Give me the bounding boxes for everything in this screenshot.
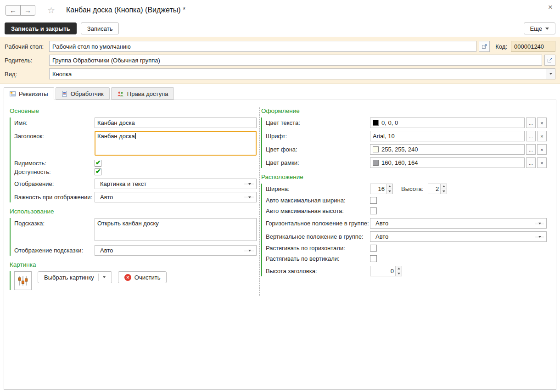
visibility-checkbox[interactable]	[95, 160, 101, 167]
color-swatch	[373, 160, 379, 166]
height-stepper[interactable]: 2	[428, 184, 447, 194]
availability-checkbox[interactable]	[95, 168, 101, 175]
display-select[interactable]: Картинка и текст	[95, 179, 257, 189]
width-stepper[interactable]: 16	[370, 184, 393, 194]
width-label: Ширина:	[266, 185, 370, 192]
font-row: Шрифт: Arial, 10 ... ×	[266, 131, 549, 141]
spin-up-icon	[442, 185, 445, 187]
border-color-clear-button[interactable]: ×	[537, 157, 547, 168]
forward-button[interactable]: →	[20, 5, 35, 16]
v-position-dropdown-button[interactable]	[535, 236, 544, 238]
font-label: Шрифт:	[266, 133, 370, 140]
picture-row: Выбрать картинку × Очистить	[14, 271, 261, 290]
display-dropdown-button[interactable]	[245, 183, 254, 185]
save-label: Записать	[87, 25, 113, 32]
chevron-down-icon	[538, 223, 541, 224]
kind-dropdown-button[interactable]	[546, 69, 555, 79]
section-title-layout: Расположение	[261, 174, 549, 180]
border-color-picker-button[interactable]: ...	[526, 157, 536, 168]
back-color-field[interactable]: 255, 255, 240	[370, 144, 525, 155]
tab-access-rights-label: Права доступа	[127, 90, 168, 97]
group-picture: Выбрать картинку × Очистить	[10, 271, 261, 290]
height-label: Высота:	[401, 185, 423, 192]
caption-height-value: 0	[370, 266, 395, 276]
name-row: Имя: Канбан доска	[14, 118, 261, 128]
h-position-dropdown-button[interactable]	[535, 223, 544, 224]
forward-icon: →	[24, 6, 31, 14]
tooltip-display-select[interactable]: Авто	[95, 245, 257, 256]
kind-value: Кнопка	[50, 69, 546, 79]
tooltip-textarea[interactable]: Открыть канбан доску	[95, 218, 257, 241]
width-spin-down[interactable]	[386, 189, 392, 194]
more-button[interactable]: Еще	[524, 22, 555, 34]
close-icon[interactable]: ×	[546, 3, 554, 12]
parent-field[interactable]: Группа Обработчики (Обычная группа)	[49, 55, 542, 66]
text-color-field[interactable]: 0, 0, 0	[370, 118, 525, 128]
spin-up-icon	[388, 185, 391, 187]
text-color-picker-button[interactable]: ...	[526, 118, 536, 128]
border-color-field[interactable]: 160, 160, 164	[370, 157, 525, 168]
favorite-star-icon[interactable]: ☆	[47, 5, 55, 16]
save-button[interactable]: Записать	[81, 22, 119, 34]
name-label: Имя:	[14, 119, 95, 126]
spin-up-icon	[398, 268, 400, 269]
importance-select[interactable]: Авто	[95, 192, 257, 202]
caption-height-stepper[interactable]: 0	[370, 266, 402, 276]
auto-max-height-checkbox[interactable]	[370, 207, 377, 214]
text-color-clear-button[interactable]: ×	[537, 118, 547, 128]
group-layout: Ширина: 16 Высота: 2	[261, 184, 549, 276]
tab-handler[interactable]: Обработчик	[56, 87, 110, 100]
back-color-clear-button[interactable]: ×	[537, 144, 547, 155]
auto-max-width-checkbox[interactable]	[370, 197, 377, 204]
kind-select[interactable]: Кнопка	[49, 68, 555, 79]
spin-down-icon	[398, 273, 400, 274]
caption-textarea[interactable]: Канбан доска	[95, 131, 257, 156]
caption-height-spin-up[interactable]	[396, 266, 402, 271]
tab-access-rights[interactable]: Права доступа	[111, 87, 174, 100]
section-title-basic: Основные	[10, 107, 261, 114]
sliders-icon	[17, 275, 28, 287]
desktop-open-button[interactable]	[479, 41, 490, 52]
font-picker-button[interactable]: ...	[526, 131, 536, 141]
h-position-value: Авто	[373, 220, 535, 227]
font-field[interactable]: Arial, 10	[370, 131, 525, 141]
tab-attributes[interactable]: Реквизиты	[4, 87, 54, 100]
form-window: ← → ☆ Канбан доска (Кнопка) (Виджеты) * …	[0, 0, 560, 392]
v-position-select[interactable]: Авто	[370, 231, 547, 242]
name-input[interactable]: Канбан доска	[95, 118, 257, 128]
tooltip-label: Подсказка:	[14, 218, 95, 227]
importance-value: Авто	[97, 194, 245, 201]
caption-height-row: Высота заголовка: 0	[266, 266, 549, 276]
desktop-field[interactable]: Рабочий стол по умолчанию	[49, 41, 476, 52]
chevron-down-icon	[549, 73, 552, 75]
select-picture-button[interactable]: Выбрать картинку	[38, 271, 112, 283]
tooltip-display-dropdown-button[interactable]	[245, 250, 254, 252]
back-color-picker-button[interactable]: ...	[526, 144, 536, 155]
stretch-v-checkbox[interactable]	[370, 255, 377, 262]
save-and-close-label: Записать и закрыть	[11, 25, 70, 32]
clear-icon: ×	[124, 274, 131, 281]
width-spin-up[interactable]	[386, 184, 392, 189]
parent-open-button[interactable]	[544, 55, 555, 66]
group-appearance: Цвет текста: 0, 0, 0 ... × Шрифт:	[261, 118, 549, 168]
section-title-picture: Картинка	[10, 261, 261, 268]
height-spin-up[interactable]	[441, 184, 447, 189]
height-spin-down[interactable]	[441, 189, 447, 194]
section-title-usage: Использование	[10, 208, 261, 215]
font-clear-button[interactable]: ×	[537, 131, 547, 141]
tooltip-display-label: Отображение подсказки:	[14, 247, 95, 254]
back-button[interactable]: ←	[6, 5, 21, 16]
group-basic: Имя: Канбан доска Заголовок: Канбан доск…	[10, 118, 261, 202]
stretch-h-checkbox[interactable]	[370, 245, 377, 252]
importance-dropdown-button[interactable]	[245, 196, 254, 198]
chevron-down-icon	[538, 236, 541, 238]
group-usage: Подсказка: Открыть канбан доску Отображе…	[10, 218, 261, 256]
desktop-row: Рабочий стол: Рабочий стол по умолчанию …	[5, 41, 555, 52]
availability-row: Доступность:	[14, 168, 261, 175]
clear-picture-button[interactable]: × Очистить	[118, 271, 167, 283]
parent-row: Родитель: Группа Обработчики (Обычная гр…	[5, 55, 555, 66]
caption-height-spin-down[interactable]	[396, 271, 402, 276]
save-and-close-button[interactable]: Записать и закрыть	[5, 22, 77, 34]
h-position-select[interactable]: Авто	[370, 218, 547, 229]
section-title-appearance: Оформление	[261, 107, 549, 114]
